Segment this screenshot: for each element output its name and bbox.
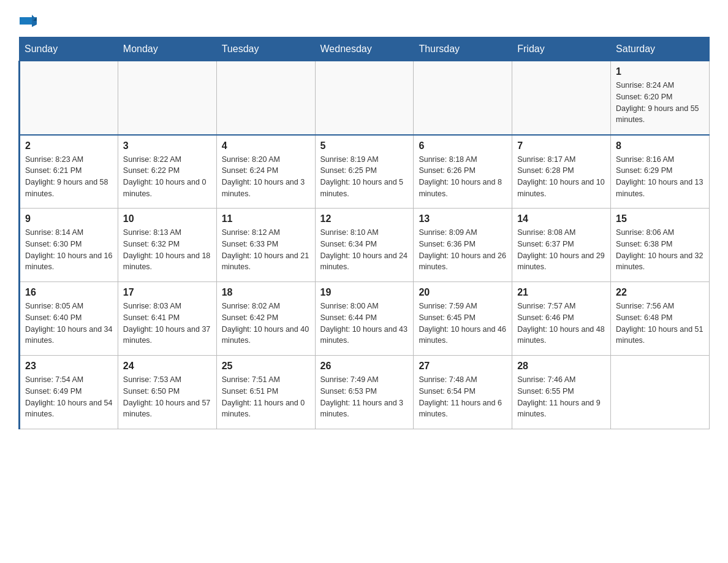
- day-cell: 25Sunrise: 7:51 AMSunset: 6:51 PMDayligh…: [216, 356, 315, 429]
- day-info: Sunrise: 7:54 AMSunset: 6:49 PMDaylight:…: [25, 375, 112, 418]
- weekday-header-friday: Friday: [512, 37, 611, 61]
- day-number: 14: [517, 213, 605, 224]
- day-cell: [216, 61, 315, 135]
- day-cell: 1Sunrise: 8:24 AMSunset: 6:20 PMDaylight…: [611, 61, 710, 135]
- day-number: 17: [123, 287, 211, 298]
- day-number: 11: [222, 213, 310, 224]
- day-number: 23: [25, 361, 113, 372]
- week-row-4: 16Sunrise: 8:05 AMSunset: 6:40 PMDayligh…: [20, 282, 710, 356]
- day-number: 2: [25, 140, 113, 151]
- calendar-table: SundayMondayTuesdayWednesdayThursdayFrid…: [18, 37, 710, 429]
- day-cell: 18Sunrise: 8:02 AMSunset: 6:42 PMDayligh…: [216, 282, 315, 356]
- day-cell: [512, 61, 611, 135]
- day-number: 7: [517, 140, 605, 151]
- day-cell: 16Sunrise: 8:05 AMSunset: 6:40 PMDayligh…: [20, 282, 118, 356]
- weekday-header-saturday: Saturday: [611, 37, 710, 61]
- day-cell: 17Sunrise: 8:03 AMSunset: 6:41 PMDayligh…: [118, 282, 216, 356]
- day-info: Sunrise: 8:09 AMSunset: 6:36 PMDaylight:…: [419, 228, 506, 271]
- day-cell: 13Sunrise: 8:09 AMSunset: 6:36 PMDayligh…: [414, 209, 512, 282]
- day-info: Sunrise: 8:10 AMSunset: 6:34 PMDaylight:…: [320, 228, 408, 271]
- day-number: 13: [419, 213, 507, 224]
- day-cell: 20Sunrise: 7:59 AMSunset: 6:45 PMDayligh…: [414, 282, 512, 356]
- day-info: Sunrise: 8:14 AMSunset: 6:30 PMDaylight:…: [25, 228, 112, 271]
- day-info: Sunrise: 8:18 AMSunset: 6:26 PMDaylight:…: [419, 155, 502, 198]
- day-info: Sunrise: 7:49 AMSunset: 6:53 PMDaylight:…: [320, 375, 404, 418]
- day-number: 22: [616, 287, 704, 298]
- day-cell: [315, 61, 414, 135]
- day-number: 10: [123, 213, 211, 224]
- day-number: 24: [123, 361, 211, 372]
- day-info: Sunrise: 8:22 AMSunset: 6:22 PMDaylight:…: [123, 155, 207, 198]
- day-cell: 10Sunrise: 8:13 AMSunset: 6:32 PMDayligh…: [118, 209, 216, 282]
- day-info: Sunrise: 8:03 AMSunset: 6:41 PMDaylight:…: [123, 302, 210, 345]
- day-number: 27: [419, 361, 507, 372]
- day-info: Sunrise: 8:06 AMSunset: 6:38 PMDaylight:…: [616, 228, 703, 271]
- day-cell: 8Sunrise: 8:16 AMSunset: 6:29 PMDaylight…: [611, 135, 710, 209]
- day-cell: [20, 61, 118, 135]
- day-cell: 12Sunrise: 8:10 AMSunset: 6:34 PMDayligh…: [315, 209, 414, 282]
- day-number: 6: [419, 140, 507, 151]
- day-cell: 11Sunrise: 8:12 AMSunset: 6:33 PMDayligh…: [216, 209, 315, 282]
- day-cell: 14Sunrise: 8:08 AMSunset: 6:37 PMDayligh…: [512, 209, 611, 282]
- day-info: Sunrise: 8:20 AMSunset: 6:24 PMDaylight:…: [222, 155, 305, 198]
- week-row-1: 1Sunrise: 8:24 AMSunset: 6:20 PMDaylight…: [20, 61, 710, 135]
- calendar-header: SundayMondayTuesdayWednesdayThursdayFrid…: [20, 37, 710, 61]
- day-number: 5: [320, 140, 409, 151]
- day-info: Sunrise: 7:53 AMSunset: 6:50 PMDaylight:…: [123, 375, 210, 418]
- day-number: 25: [222, 361, 310, 372]
- day-info: Sunrise: 7:56 AMSunset: 6:48 PMDaylight:…: [616, 302, 703, 345]
- day-cell: 27Sunrise: 7:48 AMSunset: 6:54 PMDayligh…: [414, 356, 512, 429]
- weekday-header-thursday: Thursday: [414, 37, 512, 61]
- day-number: 8: [616, 140, 704, 151]
- calendar-body: 1Sunrise: 8:24 AMSunset: 6:20 PMDaylight…: [20, 61, 710, 429]
- day-cell: 23Sunrise: 7:54 AMSunset: 6:49 PMDayligh…: [20, 356, 118, 429]
- weekday-header-tuesday: Tuesday: [216, 37, 315, 61]
- day-number: 18: [222, 287, 310, 298]
- day-info: Sunrise: 8:24 AMSunset: 6:20 PMDaylight:…: [616, 81, 699, 124]
- day-info: Sunrise: 7:57 AMSunset: 6:46 PMDaylight:…: [517, 302, 604, 345]
- day-cell: 28Sunrise: 7:46 AMSunset: 6:55 PMDayligh…: [512, 356, 611, 429]
- day-cell: 6Sunrise: 8:18 AMSunset: 6:26 PMDaylight…: [414, 135, 512, 209]
- day-number: 19: [320, 287, 409, 298]
- day-info: Sunrise: 7:46 AMSunset: 6:55 PMDaylight:…: [517, 375, 601, 418]
- day-info: Sunrise: 8:16 AMSunset: 6:29 PMDaylight:…: [616, 155, 703, 198]
- day-cell: 2Sunrise: 8:23 AMSunset: 6:21 PMDaylight…: [20, 135, 118, 209]
- day-cell: 4Sunrise: 8:20 AMSunset: 6:24 PMDaylight…: [216, 135, 315, 209]
- day-info: Sunrise: 8:19 AMSunset: 6:25 PMDaylight:…: [320, 155, 404, 198]
- logo: [18, 12, 38, 29]
- day-info: Sunrise: 7:51 AMSunset: 6:51 PMDaylight:…: [222, 375, 305, 418]
- day-info: Sunrise: 8:12 AMSunset: 6:33 PMDaylight:…: [222, 228, 309, 271]
- day-cell: [414, 61, 512, 135]
- day-number: 1: [616, 66, 704, 77]
- week-row-2: 2Sunrise: 8:23 AMSunset: 6:21 PMDaylight…: [20, 135, 710, 209]
- day-cell: [118, 61, 216, 135]
- day-cell: 9Sunrise: 8:14 AMSunset: 6:30 PMDaylight…: [20, 209, 118, 282]
- weekday-row: SundayMondayTuesdayWednesdayThursdayFrid…: [20, 37, 710, 61]
- day-cell: [611, 356, 710, 429]
- day-cell: 3Sunrise: 8:22 AMSunset: 6:22 PMDaylight…: [118, 135, 216, 209]
- day-info: Sunrise: 8:08 AMSunset: 6:37 PMDaylight:…: [517, 228, 604, 271]
- day-cell: 19Sunrise: 8:00 AMSunset: 6:44 PMDayligh…: [315, 282, 414, 356]
- day-cell: 26Sunrise: 7:49 AMSunset: 6:53 PMDayligh…: [315, 356, 414, 429]
- day-info: Sunrise: 8:23 AMSunset: 6:21 PMDaylight:…: [25, 155, 108, 198]
- day-number: 26: [320, 361, 409, 372]
- day-number: 9: [25, 213, 113, 224]
- day-info: Sunrise: 8:00 AMSunset: 6:44 PMDaylight:…: [320, 302, 408, 345]
- week-row-3: 9Sunrise: 8:14 AMSunset: 6:30 PMDaylight…: [20, 209, 710, 282]
- day-cell: 15Sunrise: 8:06 AMSunset: 6:38 PMDayligh…: [611, 209, 710, 282]
- weekday-header-sunday: Sunday: [20, 37, 118, 61]
- day-cell: 22Sunrise: 7:56 AMSunset: 6:48 PMDayligh…: [611, 282, 710, 356]
- day-number: 28: [517, 361, 605, 372]
- day-cell: 24Sunrise: 7:53 AMSunset: 6:50 PMDayligh…: [118, 356, 216, 429]
- day-number: 20: [419, 287, 507, 298]
- day-info: Sunrise: 8:05 AMSunset: 6:40 PMDaylight:…: [25, 302, 112, 345]
- day-number: 21: [517, 287, 605, 298]
- weekday-header-monday: Monday: [118, 37, 216, 61]
- day-info: Sunrise: 8:13 AMSunset: 6:32 PMDaylight:…: [123, 228, 210, 271]
- logo-icon: [20, 12, 37, 29]
- week-row-5: 23Sunrise: 7:54 AMSunset: 6:49 PMDayligh…: [20, 356, 710, 429]
- day-cell: 7Sunrise: 8:17 AMSunset: 6:28 PMDaylight…: [512, 135, 611, 209]
- day-number: 16: [25, 287, 113, 298]
- day-number: 15: [616, 213, 704, 224]
- day-number: 4: [222, 140, 310, 151]
